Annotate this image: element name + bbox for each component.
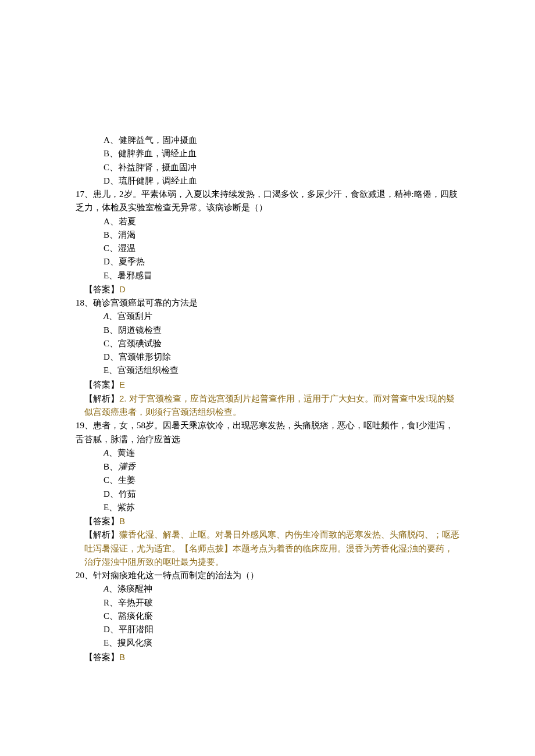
question-text: 20、针对痫痰难化这一特点而制定的治法为（）	[76, 571, 259, 580]
question-text: 17、患儿，2岁。平素体弱，入夏以来持续发热，口渴多饮，多尿少汗，食欲减退，精神…	[76, 189, 458, 212]
option-text: C、补益脾肾，摄血固冲	[104, 163, 197, 172]
q19-explanation: 【解析】獴香化湿、解暑、止呕。对暑日外感风寒、内伤生冷而致的恶寒发热、头痛脱闷、…	[76, 528, 459, 569]
option-text: D、竹茹	[104, 489, 136, 499]
q20-option-b: R、辛热开破	[76, 596, 459, 610]
option-text: E、搜风化痰	[104, 638, 152, 647]
question-text: 18、确诊宫颈癌最可靠的方法是	[76, 298, 198, 307]
q19-answer: 【答案】B	[76, 514, 459, 528]
q20-answer: 【答案】B	[76, 650, 459, 664]
option-text: A、若夏	[104, 217, 136, 226]
option-text: D、夏季热	[104, 257, 145, 266]
option-text: B、健脾养血，调经止血	[104, 149, 197, 158]
option-text: C、生姜	[104, 475, 135, 485]
q17-option-c: C、湿温	[76, 242, 459, 255]
q18-option-a: A、宫颈刮片	[76, 310, 459, 323]
explain-text: 獴香化湿、解暑、止呕。对暑日外感风寒、内伤生冷而致的恶寒发热、头痛脱闷、；呕恶吐…	[84, 530, 459, 567]
explain-label: 【解析】	[84, 530, 119, 539]
q20-option-e: E、搜风化痰	[76, 636, 459, 650]
option-text: 、宫颈刮片	[109, 311, 152, 321]
q20-option-d: D、平肝潜阳	[76, 623, 459, 636]
option-text: D、宫颈锥形切除	[104, 352, 171, 361]
q18-answer: 【答案】E	[76, 378, 459, 392]
q19-option-c: C、生姜	[76, 474, 459, 487]
option-text: C、豁痰化瘀	[104, 611, 153, 621]
answer-letter: D	[119, 284, 126, 294]
option-text: D、平肝潜阳	[104, 625, 154, 634]
q20-stem: 20、针对痫痰难化这一特点而制定的治法为（）	[76, 569, 459, 582]
q16-option-b: B、健脾养血，调经止血	[76, 147, 459, 160]
answer-label: 【答案】	[84, 653, 119, 662]
q17-answer: 【答案】D	[76, 282, 459, 296]
q17-option-e: E、暑邪感冒	[76, 269, 459, 282]
q20-option-a: A、涤痰醒神	[76, 582, 459, 596]
option-letter: A	[104, 448, 109, 457]
option-text: E、宫颈活组织检查	[104, 366, 179, 375]
answer-label: 【答案】	[84, 285, 119, 294]
answer-letter: E	[119, 379, 125, 389]
option-text: 、涤痰醒神	[109, 584, 152, 593]
option-letter: A	[104, 311, 109, 321]
answer-letter: B	[119, 516, 125, 526]
explain-num: 2.	[119, 393, 129, 403]
option-text: A、健脾益气，固冲摄血	[104, 135, 197, 145]
q16-option-d: D、琉肝健脾，调经止血	[76, 174, 459, 188]
q17-option-a: A、若夏	[76, 215, 459, 228]
option-text: C、湿温	[104, 243, 135, 253]
q17-stem: 17、患儿，2岁。平素体弱，入夏以来持续发热，口渴多饮，多尿少汗，食欲减退，精神…	[76, 188, 459, 215]
option-text: E、暑邪感冒	[104, 271, 152, 280]
q16-option-c: C、补益脾肾，摄血固冲	[76, 161, 459, 174]
answer-label: 【答案】	[84, 380, 119, 389]
q18-option-e: E、宫颈活组织检查	[76, 364, 459, 377]
option-text: D、琉肝健脾，调经止血	[104, 176, 197, 185]
option-text: 、黄连	[109, 448, 135, 457]
option-text: B、阴道镜检查	[104, 325, 162, 335]
q19-option-e: E、紫苏	[76, 501, 459, 514]
answer-letter: B	[119, 652, 125, 662]
q18-stem: 18、确诊宫颈癌最可靠的方法是	[76, 296, 459, 310]
q16-option-a: A、健脾益气，固冲摄血	[76, 134, 459, 147]
option-text: 、灌香	[109, 462, 135, 471]
option-letter: B	[104, 461, 109, 471]
option-text: E、紫苏	[104, 503, 135, 512]
explain-label: 【解析】	[84, 394, 119, 403]
option-text: C、宫颈碘试验	[104, 339, 162, 348]
q17-option-b: B、消渴	[76, 228, 459, 242]
q19-option-b: B、灌香	[76, 460, 459, 474]
option-letter: A	[104, 584, 109, 593]
explain-text: 对于宫颈检查，应首选宫颈刮片起普查作用，适用于广大妇女。而对普查中发!现的疑似宫…	[84, 394, 455, 417]
q18-explanation: 【解析】2. 对于宫颈检查，应首选宫颈刮片起普查作用，适用于广大妇女。而对普查中…	[76, 392, 459, 420]
answer-label: 【答案】	[84, 517, 119, 526]
q19-stem: 19、患者，女，58岁。因暑天乘凉饮冷，出现恶寒发热，头痛脱痞，恶心，呕吐频作，…	[76, 419, 459, 446]
q19-option-a: A、黄连	[76, 446, 459, 460]
q20-option-c: C、豁痰化瘀	[76, 610, 459, 623]
question-text: 19、患者，女，58岁。因暑天乘凉饮冷，出现恶寒发热，头痛脱痞，恶心，呕吐频作，…	[76, 421, 454, 443]
q17-option-d: D、夏季热	[76, 255, 459, 268]
q19-option-d: D、竹茹	[76, 488, 459, 501]
q18-option-d: D、宫颈锥形切除	[76, 350, 459, 364]
option-text: B、消渴	[104, 230, 135, 239]
option-text: R、辛热开破	[104, 598, 153, 607]
q18-option-b: B、阴道镜检查	[76, 324, 459, 337]
q18-option-c: C、宫颈碘试验	[76, 337, 459, 350]
